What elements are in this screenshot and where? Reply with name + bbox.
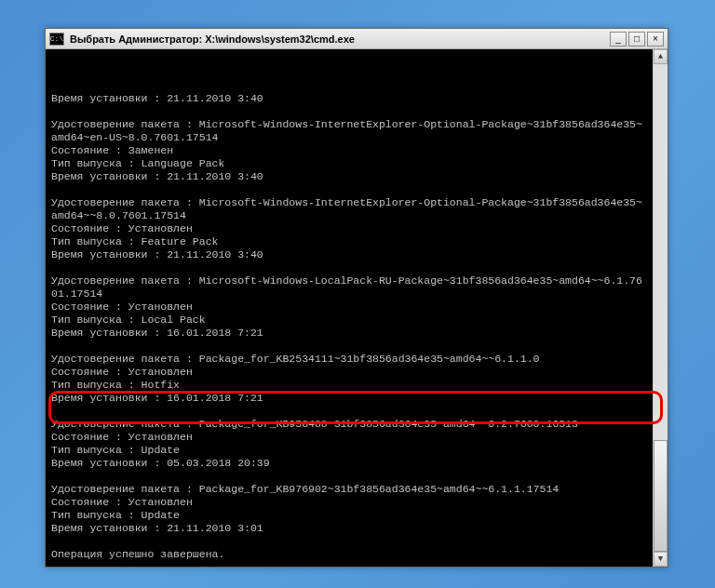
- window-title: Выбрать Администратор: X:\windows\system…: [70, 33, 610, 45]
- console-line: Удостоверение пакета : Microsoft-Windows…: [51, 274, 647, 301]
- console-line: [51, 470, 647, 483]
- console-line: Время установки : 21.11.2010 3:40: [51, 248, 647, 261]
- console-line: Тип выпуска : Feature Pack: [51, 235, 647, 248]
- console-line: Тип выпуска : Hotfix: [51, 379, 647, 392]
- scroll-up-button[interactable]: ▲: [654, 49, 668, 64]
- console-area: Время установки : 21.11.2010 3:40 Удосто…: [46, 49, 668, 567]
- cmd-icon-glyph: C:\: [50, 34, 63, 43]
- vertical-scrollbar[interactable]: ▲ ▼: [653, 49, 668, 567]
- minimize-button[interactable]: _: [610, 32, 627, 47]
- console-line: [51, 405, 647, 418]
- console-line: [51, 105, 647, 118]
- close-button[interactable]: ×: [647, 32, 664, 47]
- console-line: Операция успешно завершена.: [51, 548, 647, 561]
- console-line: Состояние : Установлен: [51, 222, 647, 235]
- scroll-track[interactable]: [654, 64, 668, 552]
- console-line: Состояние : Установлен: [51, 366, 647, 379]
- command-prompt-window: C:\ Выбрать Администратор: X:\windows\sy…: [45, 28, 668, 568]
- console-line: Тип выпуска : Local Pack: [51, 314, 647, 327]
- console-line: Удостоверение пакета : Package_for_KB976…: [51, 483, 647, 496]
- console-line: Время установки : 21.11.2010 3:40: [51, 170, 647, 183]
- console-line: Состояние : Установлен: [51, 431, 647, 444]
- console-line: [51, 535, 647, 548]
- scroll-thumb[interactable]: [654, 440, 668, 552]
- console-line: [51, 261, 647, 274]
- maximize-button[interactable]: □: [628, 32, 645, 47]
- console-line: Время установки : 05.03.2018 20:39: [51, 457, 647, 470]
- window-controls: _ □ ×: [610, 32, 664, 47]
- scroll-down-button[interactable]: ▼: [654, 552, 668, 567]
- console-line: Тип выпуска : Update: [51, 509, 647, 522]
- console-line: Удостоверение пакета : Microsoft-Windows…: [51, 118, 647, 144]
- console-output[interactable]: Время установки : 21.11.2010 3:40 Удосто…: [46, 49, 653, 567]
- console-line: Время установки : 21.11.2010 3:01: [51, 522, 647, 535]
- console-line: Состояние : Установлен: [51, 496, 647, 509]
- console-line: [51, 183, 647, 196]
- console-line: Удостоверение пакета : Package_for_KB253…: [51, 353, 647, 366]
- console-line: Состояние : Установлен: [51, 301, 647, 314]
- titlebar[interactable]: C:\ Выбрать Администратор: X:\windows\sy…: [46, 29, 668, 49]
- console-line: Тип выпуска : Language Pack: [51, 157, 647, 170]
- cmd-icon: C:\: [49, 33, 64, 46]
- console-line: [51, 340, 647, 353]
- console-line: Состояние : Заменен: [51, 144, 647, 157]
- console-line: Время установки : 21.11.2010 3:40: [51, 92, 647, 105]
- console-line: Время установки : 16.01.2018 7:21: [51, 392, 647, 405]
- console-line: Удостоверение пакета : Microsoft-Windows…: [51, 196, 647, 222]
- console-line: Время установки : 16.01.2018 7:21: [51, 327, 647, 340]
- console-line: Тип выпуска : Update: [51, 444, 647, 457]
- console-line: Удостоверение пакета : Package_for_KB958…: [51, 418, 647, 431]
- console-line: [51, 561, 647, 567]
